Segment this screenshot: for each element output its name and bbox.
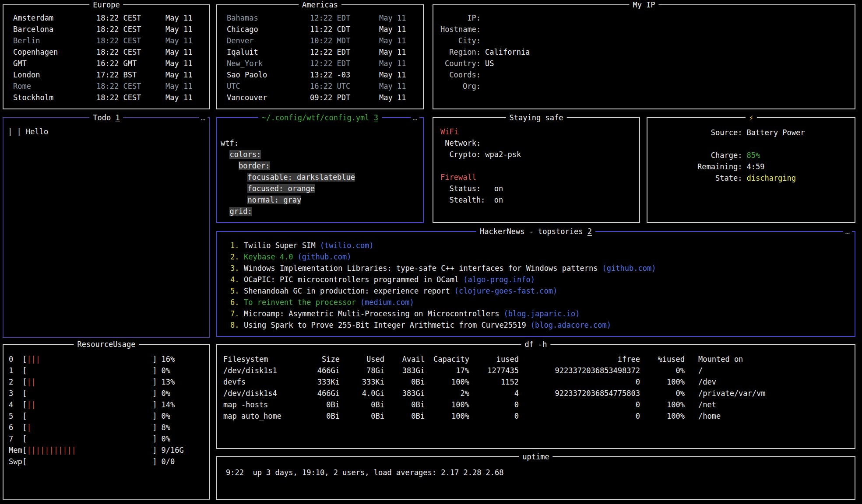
cpu-gauge-row: 2[||]13% — [9, 376, 205, 388]
df-cell: 78Gi — [340, 365, 384, 376]
hackernews-item[interactable]: 6.To reinvent the processor(medium.com) — [230, 297, 849, 308]
clock-date: May 11 — [379, 35, 406, 46]
gauge-open-bracket: [ — [22, 388, 27, 399]
df-cell: 0Bi — [384, 376, 425, 388]
hackernews-item[interactable]: 2.Keybase 4.0(github.com) — [230, 251, 849, 262]
battery-content: Source:Battery Power Charge:85% Remainin… — [647, 118, 855, 184]
hackernews-item[interactable]: 5.Shenandoah GC in production: experienc… — [230, 285, 849, 297]
df-header-cell: Capacity — [425, 354, 469, 365]
clock-row: Denver10:22 MDTMay 11 — [227, 35, 418, 46]
df-cell: 2% — [425, 388, 469, 399]
df-cell: 333Ki — [340, 376, 384, 388]
config-text: colors: — [229, 150, 261, 159]
hackernews-item-number: 4. — [230, 274, 244, 285]
clock-row: Chicago11:22 CDTMay 11 — [227, 24, 418, 35]
gauge-close-bracket: ] — [152, 433, 157, 444]
battery-source-row: Source:Battery Power — [697, 127, 805, 138]
config-text: normal: gray — [247, 196, 301, 204]
df-table-row: map auto_home0Bi0Bi0Bi100%00100%/home — [223, 410, 849, 422]
hackernews-item[interactable]: 3.Windows Implementation Libraries: type… — [230, 262, 849, 274]
battery-source-value: Battery Power — [746, 127, 805, 138]
todo-item[interactable]: | | Hello — [8, 126, 204, 137]
gauge-value: 0/0 — [162, 456, 175, 467]
config-line: colors: — [221, 149, 419, 160]
clock-date: May 11 — [165, 92, 192, 103]
df-cell: /home — [698, 410, 721, 422]
clock-time: 18:22 CEST — [96, 46, 165, 58]
hackernews-shortcut: 2 — [588, 227, 592, 236]
panel-americas-title: Americas — [299, 0, 341, 10]
gauge-value: 14% — [162, 399, 175, 410]
clock-city: Barcelona — [13, 24, 96, 35]
swap-gauge-row: Swp[]0/0 — [9, 456, 205, 467]
clock-time: 12:22 EDT — [310, 46, 379, 58]
cpu-gauge-row: 1[]0% — [9, 365, 205, 376]
hackernews-item[interactable]: 1.Twilio Super SIM(twilio.com) — [230, 240, 849, 251]
df-cell: 1277435 — [469, 365, 519, 376]
panel-todo[interactable]: Todo 1 … | | Hello — [3, 117, 210, 338]
clock-row: UTC16:22 UTCMay 11 — [227, 80, 418, 92]
panel-staying-safe: Staying safe WiFi Network: Crypto: wpa2-… — [433, 117, 640, 223]
clock-time: 09:22 PDT — [310, 92, 379, 103]
uptime-text: 9:22 up 3 days, 19:10, 2 users, load ave… — [226, 467, 849, 478]
gauge-open-bracket: [ — [22, 422, 27, 433]
config-more-indicator: … — [411, 112, 419, 123]
gauge-value: 0% — [162, 410, 170, 422]
hackernews-item-domain: (clojure-goes-fast.com) — [454, 285, 557, 297]
panel-config-file[interactable]: ~/.config/wtf/config.yml 3 … wtf: colors… — [216, 117, 424, 223]
df-cell: 0Bi — [340, 399, 384, 410]
df-cell: 383Gi — [384, 388, 425, 399]
hackernews-item-domain: (blog.adacore.com) — [531, 319, 611, 331]
gauge-bar — [27, 410, 152, 422]
hackernews-item[interactable]: 4.OCaPIC: PIC microcontrollers programme… — [230, 274, 849, 285]
clock-city: Chicago — [227, 24, 310, 35]
gauge-value: 13% — [162, 376, 175, 388]
my-ip-fields: IP: Hostname: City: Region:California Co… — [433, 5, 855, 92]
config-indent — [221, 207, 229, 216]
df-cell: 383Gi — [384, 365, 425, 376]
clock-date: May 11 — [379, 12, 406, 24]
firewall-stealth-line: Stealth: on — [440, 194, 634, 206]
gauge-label: 3 — [9, 388, 22, 399]
gauge-label: Mem — [9, 444, 22, 456]
config-text: border: — [239, 161, 270, 170]
df-cell: 0Bi — [384, 399, 425, 410]
gauge-bar — [27, 388, 152, 399]
clock-city: Stockholm — [13, 92, 96, 103]
config-line: wtf: — [221, 137, 419, 149]
spacer — [440, 160, 634, 172]
panel-europe: Europe Amsterdam18:22 CESTMay 11 Barcelo… — [3, 4, 210, 109]
hackernews-item-number: 5. — [230, 285, 244, 297]
panel-todo-title: Todo 1 — [89, 112, 123, 123]
clock-time: 18:22 CEST — [96, 35, 165, 46]
hackernews-item[interactable]: 8.Using Spark to Prove 255-Bit Integer A… — [230, 319, 849, 331]
gauge-label: 4 — [9, 399, 22, 410]
battery-state-value: discharging — [746, 172, 796, 184]
spacer — [697, 138, 805, 150]
clock-city: Bahamas — [227, 12, 310, 24]
hackernews-item-title: Microamp: Asymmetric Multi-Processing on… — [244, 308, 499, 319]
panel-hackernews[interactable]: HackerNews - topstories 2 … 1.Twilio Sup… — [216, 231, 855, 337]
df-cell: 4.0Gi — [340, 388, 384, 399]
df-header-cell: Filesystem — [223, 354, 286, 365]
gauge-open-bracket: [ — [22, 365, 27, 376]
ip-field-label: City: — [440, 35, 481, 46]
gauge-label: 0 — [9, 354, 22, 365]
battery-remaining-value: 4:59 — [746, 161, 764, 172]
df-cell: 0Bi — [384, 410, 425, 422]
df-cell: 0% — [640, 365, 685, 376]
df-cell: 9223372036853498372 — [519, 365, 640, 376]
hackernews-item-number: 7. — [230, 308, 244, 319]
panel-americas: Americas Bahamas12:22 EDTMay 11 Chicago1… — [216, 4, 424, 109]
df-cell: 0Bi — [286, 399, 340, 410]
hackernews-item[interactable]: 7.Microamp: Asymmetric Multi-Processing … — [230, 308, 849, 319]
resource-usage-content: 0[|||]16% 1[]0% 2[||]13% 3[]0% 4[||]14% … — [4, 345, 209, 467]
clock-date: May 11 — [165, 35, 192, 46]
panel-my-ip: My IP IP: Hostname: City: Region:Califor… — [433, 4, 855, 109]
ip-field-label: IP: — [440, 12, 481, 24]
wifi-crypto-line: Crypto: wpa2-psk — [440, 149, 634, 160]
gauge-open-bracket: [ — [22, 456, 27, 467]
wifi-network-line: Network: — [440, 137, 634, 149]
df-cell: /dev/disk1s4 — [223, 388, 286, 399]
df-cell: 9223372036854775803 — [519, 388, 640, 399]
